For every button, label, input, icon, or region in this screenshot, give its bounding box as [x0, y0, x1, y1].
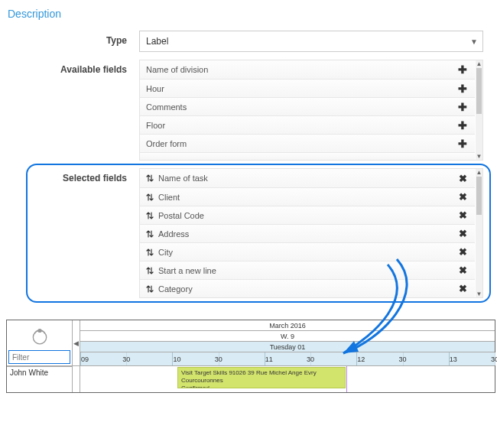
drag-handle-icon[interactable] — [146, 174, 154, 182]
event-bar[interactable]: Visit Target Skills 91026 39 Rue Michel … — [177, 367, 346, 388]
available-field-item[interactable]: Comments✚ — [140, 97, 475, 115]
selected-field-item[interactable]: City✖ — [140, 242, 475, 261]
halfhour-label: 30 — [399, 355, 407, 363]
drag-handle-icon[interactable] — [146, 267, 154, 274]
halfhour-label: 30 — [122, 355, 130, 363]
field-label: Name of task — [158, 174, 208, 183]
remove-icon[interactable]: ✖ — [456, 173, 469, 184]
svg-point-1 — [38, 329, 41, 332]
type-row: Type Label ▼ — [3, 31, 494, 52]
timeline-preview: Filter ◀ March 2016 W. 9 Tuesday 01 0930… — [6, 320, 495, 393]
scroll-thumb[interactable] — [476, 68, 482, 114]
drag-handle-icon[interactable] — [146, 248, 154, 256]
remove-icon[interactable]: ✖ — [456, 265, 469, 276]
halfhour-label: 30 — [215, 355, 223, 363]
drag-handle-icon[interactable] — [146, 230, 154, 238]
hour-label: 10 — [173, 355, 180, 363]
available-field-item[interactable]: Order form✚ — [140, 134, 475, 152]
timeline-track[interactable]: Visit Target Skills 91026 39 Rue Michel … — [80, 366, 495, 392]
hour-label: 12 — [357, 355, 365, 363]
remove-icon[interactable]: ✖ — [456, 209, 469, 221]
field-label: Postal Code — [158, 211, 204, 220]
field-label: Floor — [146, 121, 165, 130]
available-field-item[interactable]: Name of division✚ — [140, 60, 475, 79]
add-icon[interactable]: ✚ — [456, 63, 469, 76]
add-icon[interactable]: ✚ — [456, 83, 469, 95]
available-fields-row: Available fields Name of division✚Hour✚C… — [3, 60, 494, 161]
timeline-week: W. 9 — [80, 331, 495, 342]
chevron-down-icon: ▼ — [470, 37, 478, 46]
section-heading: Description — [3, 8, 494, 20]
type-select-value: Label — [146, 36, 168, 47]
timeline-day: Tuesday 01 — [80, 342, 495, 352]
selected-field-item[interactable]: Name of task✖ — [140, 169, 475, 187]
field-label: Comments — [146, 102, 187, 112]
timeline-month: March 2016 — [80, 320, 495, 331]
scrollbar[interactable]: ▲ ▼ — [476, 60, 482, 160]
add-icon[interactable]: ✚ — [456, 138, 469, 150]
timeline-ruler: 09301030113012301330 — [80, 352, 495, 365]
hour-label: 11 — [265, 355, 273, 363]
selected-field-item[interactable]: Client✖ — [140, 187, 475, 206]
event-text-line2: Confirmed — [181, 385, 342, 388]
event-text-line1: Visit Target Skills 91026 39 Rue Michel … — [181, 369, 342, 385]
add-icon[interactable]: ✚ — [456, 119, 469, 131]
selected-fields-list: Name of task✖Client✖Postal Code✖Address✖… — [139, 168, 483, 298]
field-label: City — [158, 248, 173, 257]
drag-handle-icon[interactable] — [146, 193, 154, 201]
field-label: Order form — [146, 139, 187, 148]
type-label: Type — [3, 31, 139, 46]
scroll-up-icon[interactable]: ▲ — [476, 60, 482, 67]
filter-placeholder: Filter — [12, 353, 29, 362]
field-label: Start a new line — [158, 266, 216, 275]
available-field-item[interactable] — [140, 152, 475, 160]
available-fields-label: Available fields — [3, 60, 139, 75]
remove-icon[interactable]: ✖ — [456, 283, 469, 294]
scroll-down-icon[interactable]: ▼ — [476, 291, 482, 297]
hour-label: 13 — [450, 355, 457, 363]
selected-field-item[interactable]: Postal Code✖ — [140, 206, 475, 224]
field-label: Hour — [146, 84, 164, 93]
available-field-item[interactable]: Hour✚ — [140, 79, 475, 97]
selected-field-item[interactable]: Address✖ — [140, 224, 475, 242]
app-logo-icon — [7, 320, 72, 350]
drag-handle-icon[interactable] — [146, 212, 154, 219]
scrollbar[interactable]: ▲ ▼ — [476, 169, 482, 297]
halfhour-label: 30 — [491, 355, 497, 363]
add-icon[interactable]: ✚ — [456, 101, 469, 113]
drag-handle-icon[interactable] — [146, 285, 154, 293]
timeline-prev-button[interactable]: ◀ — [73, 320, 80, 365]
remove-icon[interactable]: ✖ — [456, 246, 469, 258]
available-field-item[interactable]: Floor✚ — [140, 115, 475, 134]
field-label: Name of division — [146, 65, 208, 74]
available-fields-list: Name of division✚Hour✚Comments✚Floor✚Ord… — [139, 60, 483, 161]
scroll-up-icon[interactable]: ▲ — [476, 169, 482, 176]
filter-input[interactable]: Filter — [8, 350, 70, 364]
remove-icon[interactable]: ✖ — [456, 228, 469, 239]
selected-field-item[interactable]: Category✖ — [140, 279, 475, 297]
remove-icon[interactable]: ✖ — [456, 191, 469, 203]
selected-fields-row: Selected fields Name of task✖Client✖Post… — [3, 168, 494, 298]
resource-name: John White — [7, 366, 73, 392]
hour-label: 09 — [81, 355, 89, 363]
scroll-thumb[interactable] — [476, 177, 482, 215]
halfhour-label: 30 — [307, 355, 314, 363]
field-label: Client — [158, 193, 180, 202]
selected-fields-label: Selected fields — [3, 168, 139, 183]
type-select[interactable]: Label ▼ — [139, 31, 483, 52]
field-label: Address — [158, 229, 189, 239]
now-indicator — [346, 366, 347, 392]
scroll-down-icon[interactable]: ▼ — [476, 153, 482, 160]
field-label: Category — [158, 284, 193, 294]
selected-field-item[interactable]: Start a new line✖ — [140, 261, 475, 279]
